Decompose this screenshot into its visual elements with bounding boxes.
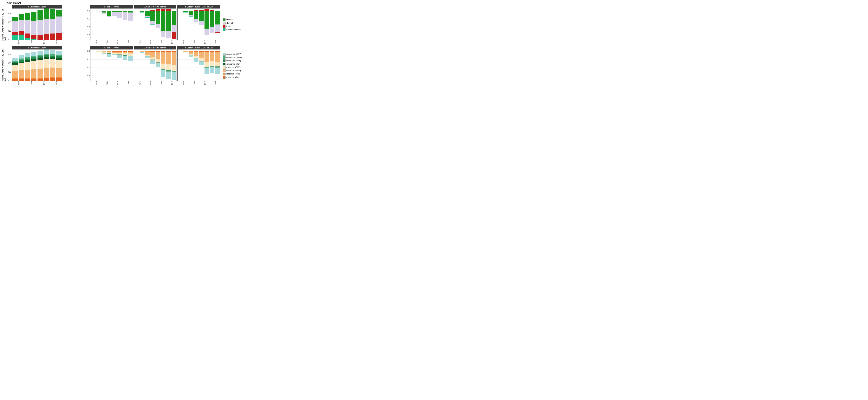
bar-segment xyxy=(56,58,62,60)
bar-segment xyxy=(25,60,30,62)
bar-segment xyxy=(166,9,171,11)
bar-segment xyxy=(37,56,43,58)
bar-segment xyxy=(145,11,150,16)
bar-segment xyxy=(194,19,198,22)
legend-label: biomass xyxy=(226,19,233,21)
bar-segment xyxy=(44,54,49,55)
legend: biomasselectricityliquidstraditional bio… xyxy=(221,19,241,31)
bar-segment xyxy=(56,55,62,56)
bar-segment xyxy=(145,56,150,58)
bar-segment xyxy=(156,24,160,28)
y-tick-label: -0.1 xyxy=(87,18,90,20)
bar-segment xyxy=(210,27,214,33)
panel-title: 1. Business as Usual xyxy=(12,46,62,50)
bar-segment xyxy=(44,78,49,78)
chart-panel: 1. Business as Usual2020203020402050 xyxy=(12,5,62,44)
page-title: All of Thailand xyxy=(7,2,273,4)
legend-label: commercial lighting xyxy=(226,60,241,62)
bar-segment xyxy=(19,70,24,78)
legend-swatch xyxy=(223,69,225,72)
bar-segment xyxy=(31,58,36,59)
bar-segment xyxy=(19,63,24,70)
x-tick-label xyxy=(166,82,171,85)
bar-segment xyxy=(37,51,43,55)
legend-swatch xyxy=(223,72,225,75)
bar-segment xyxy=(123,12,127,20)
bar-segment xyxy=(50,58,55,59)
bar-segment xyxy=(117,53,122,55)
bar-segment xyxy=(37,35,43,40)
legend-label: residential lighting xyxy=(226,73,240,75)
x-tick-label xyxy=(188,40,193,44)
bar-segment xyxy=(210,61,214,66)
bar-segment xyxy=(189,15,193,17)
bar-segment xyxy=(101,12,106,14)
legend-label: residential other xyxy=(226,76,239,78)
bar-segment xyxy=(96,52,101,52)
bar-segment xyxy=(150,10,155,11)
x-tick-label: 2050 xyxy=(215,82,220,85)
legend-label: commercial other xyxy=(226,63,240,65)
chart-panel: 4. Carbon Neutral + LUC_diffAbs202020302… xyxy=(178,46,220,85)
legend-swatch xyxy=(223,66,225,69)
bar-segment xyxy=(44,68,49,78)
y-tick-label: 0.0 xyxy=(87,10,90,12)
bar-segment xyxy=(50,19,55,33)
bar-segment xyxy=(161,64,165,68)
bar-segment xyxy=(56,60,62,68)
bar-segment xyxy=(56,10,62,17)
bar-segment xyxy=(199,21,204,25)
legend-label: residential ACMV xyxy=(226,66,240,68)
bar-segment xyxy=(199,61,204,65)
legend-item: residential cooking xyxy=(223,69,242,72)
bar-segment xyxy=(210,67,214,73)
bar-segment xyxy=(215,67,220,74)
bar-segment xyxy=(25,20,30,33)
bar-segment xyxy=(107,11,111,16)
bar-segment xyxy=(210,52,214,61)
bar-segment xyxy=(189,11,193,15)
bar-segment xyxy=(150,21,155,25)
bar-segment xyxy=(19,55,24,59)
bar-segment xyxy=(172,72,176,80)
x-tick-label xyxy=(122,82,128,85)
bar-segment xyxy=(156,9,160,11)
y-tick-label: 0.00 xyxy=(8,80,11,82)
bar-segment xyxy=(194,11,198,19)
bar-segment xyxy=(156,59,160,62)
bar-segment xyxy=(128,12,133,21)
y-tick-label: 0.00 xyxy=(8,39,11,41)
plot-area xyxy=(134,50,177,81)
bar-segment xyxy=(56,78,62,81)
y-ticks: 0.0-0.1-0.2-0.3 xyxy=(84,50,90,81)
x-tick-label xyxy=(37,40,43,44)
x-tick-label xyxy=(134,82,139,85)
bar-segment xyxy=(107,52,111,54)
bar-segment xyxy=(199,52,204,58)
bar-segment xyxy=(37,78,43,79)
legend-label: commercial ACMV xyxy=(226,53,241,55)
bar-segment xyxy=(19,62,24,63)
y-tick-label: -0.1 xyxy=(87,58,90,60)
bar-segment xyxy=(25,13,30,20)
x-tick-label xyxy=(199,40,204,44)
bar-segment xyxy=(166,64,171,70)
bar-segment xyxy=(12,79,18,81)
bar-segment xyxy=(12,65,18,71)
bar-segment xyxy=(156,11,160,24)
bar-segment xyxy=(25,53,30,57)
bar-segment xyxy=(19,60,24,62)
legend-swatch xyxy=(223,63,225,65)
legend-label: electricity xyxy=(226,22,234,24)
x-tick-label xyxy=(90,82,96,85)
legend-swatch xyxy=(223,56,225,59)
bar-segment xyxy=(101,11,106,12)
x-tick-label: 2050 xyxy=(127,82,133,85)
bar-segment xyxy=(172,52,176,65)
bar-segment xyxy=(96,11,101,11)
bar-segment xyxy=(215,32,220,33)
bar-segment xyxy=(161,11,165,31)
bar-segment xyxy=(210,11,214,27)
y-tick-label: -0.2 xyxy=(87,66,90,68)
bar-segment xyxy=(31,56,36,58)
